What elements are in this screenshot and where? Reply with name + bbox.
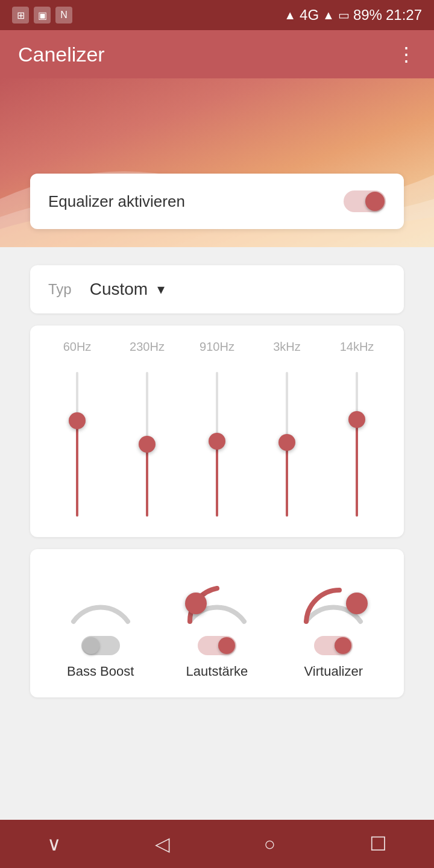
eq-slider-60hz[interactable] xyxy=(59,366,95,523)
status-bar: ⊞ ▣ N ▲ 4G ▲ ▭ 89% 21:27 xyxy=(0,0,434,30)
effect-bass-boost: Bass Boost xyxy=(52,567,149,679)
type-selector-card: Typ Custom ▾ xyxy=(30,265,404,313)
toggle-thumb xyxy=(365,192,385,211)
equalizer-toggle-label: Equalizer aktivieren xyxy=(48,192,185,211)
eq-slider-3khz[interactable] xyxy=(269,366,305,523)
eq-slider-14khz[interactable] xyxy=(339,366,375,523)
eq-band-labels: 60Hz 230Hz 910Hz 3kHz 14kHz xyxy=(42,340,392,354)
eq-track-910hz xyxy=(216,372,218,517)
eq-label-910hz: 910Hz xyxy=(193,340,241,354)
eq-sliders-container xyxy=(42,366,392,523)
equalizer-card: 60Hz 230Hz 910Hz 3kHz 14kHz xyxy=(30,326,404,537)
app-icon-1: ⊞ xyxy=(12,7,29,24)
lautstarke-knob-container xyxy=(178,567,256,627)
nav-back-icon[interactable]: ◁ xyxy=(155,832,170,855)
eq-thumb-910hz xyxy=(209,433,225,450)
bass-boost-toggle[interactable] xyxy=(81,636,120,655)
eq-fill-3khz xyxy=(286,443,288,517)
effects-card: Bass Boost Lautstärke xyxy=(30,549,404,697)
app-title: Canelizer xyxy=(18,43,397,66)
nav-recent-icon[interactable]: ☐ xyxy=(370,832,387,855)
status-left-icons: ⊞ ▣ N xyxy=(12,7,279,24)
type-value: Custom xyxy=(90,280,148,299)
app-icon-2: ▣ xyxy=(34,7,51,24)
eq-slider-230hz[interactable] xyxy=(129,366,165,523)
equalizer-toggle-card: Equalizer aktivieren xyxy=(30,174,404,229)
eq-fill-230hz xyxy=(146,444,148,517)
battery-text: 89% xyxy=(353,7,382,24)
eq-thumb-230hz xyxy=(139,436,156,453)
signal-text: 4G xyxy=(300,7,319,24)
menu-icon[interactable]: ⋮ xyxy=(397,43,416,66)
lautstarke-knob-thumb xyxy=(185,593,207,614)
nav-bar: ∨ ◁ ○ ☐ xyxy=(0,820,434,868)
nav-down-icon[interactable]: ∨ xyxy=(47,832,61,855)
lautstarke-label: Lautstärke xyxy=(186,664,248,679)
bass-boost-toggle-thumb xyxy=(83,637,99,654)
bass-boost-knob-arc xyxy=(61,567,140,627)
status-right-icons: ▲ 4G ▲ ▭ 89% 21:27 xyxy=(284,7,422,24)
eq-fill-910hz xyxy=(216,440,218,517)
effects-row: Bass Boost Lautstärke xyxy=(42,567,392,679)
bass-boost-label: Bass Boost xyxy=(67,664,134,679)
eq-label-60hz: 60Hz xyxy=(53,340,101,354)
eq-thumb-3khz xyxy=(278,434,295,451)
main-content: Typ Custom ▾ 60Hz 230Hz 910Hz 3kHz 14kHz xyxy=(0,247,434,820)
type-label: Typ xyxy=(48,281,72,298)
eq-track-3khz xyxy=(286,372,288,517)
type-dropdown[interactable]: Custom ▾ xyxy=(90,280,165,299)
virtualizer-toggle-thumb xyxy=(335,637,351,654)
eq-track-14khz xyxy=(356,372,358,517)
battery-icon: ▭ xyxy=(338,8,350,22)
eq-track-60hz xyxy=(76,372,78,517)
app-header: Canelizer ⋮ xyxy=(0,30,434,78)
eq-thumb-60hz xyxy=(69,412,86,429)
signal-icon: ▲ xyxy=(322,8,335,22)
eq-label-14khz: 14kHz xyxy=(333,340,381,354)
virtualizer-toggle[interactable] xyxy=(314,636,353,655)
eq-fill-14khz xyxy=(356,421,358,517)
virtualizer-toggle-track xyxy=(314,636,353,655)
eq-thumb-14khz xyxy=(348,411,365,428)
eq-fill-60hz xyxy=(76,423,78,517)
eq-track-230hz xyxy=(146,372,148,517)
equalizer-toggle[interactable] xyxy=(344,190,386,212)
wifi-icon: ▲ xyxy=(284,8,296,22)
eq-slider-910hz[interactable] xyxy=(199,366,235,523)
bass-boost-knob-container xyxy=(61,567,140,627)
effect-lautstarke: Lautstärke xyxy=(169,567,265,679)
virtualizer-label: Virtualizer xyxy=(304,664,363,679)
bass-boost-toggle-track xyxy=(81,636,120,655)
time-text: 21:27 xyxy=(386,7,422,24)
dropdown-arrow-icon: ▾ xyxy=(157,281,165,298)
eq-label-3khz: 3kHz xyxy=(263,340,311,354)
app-icon-3: N xyxy=(55,7,72,24)
eq-label-230hz: 230Hz xyxy=(123,340,171,354)
toggle-track xyxy=(344,190,386,212)
lautstarke-toggle-track xyxy=(198,636,236,655)
virtualizer-knob-container xyxy=(294,567,373,627)
effect-virtualizer: Virtualizer xyxy=(285,567,382,679)
lautstarke-toggle[interactable] xyxy=(198,636,236,655)
nav-home-icon[interactable]: ○ xyxy=(264,833,275,855)
hero-section: Equalizer aktivieren xyxy=(0,78,434,247)
lautstarke-toggle-thumb xyxy=(218,637,235,654)
